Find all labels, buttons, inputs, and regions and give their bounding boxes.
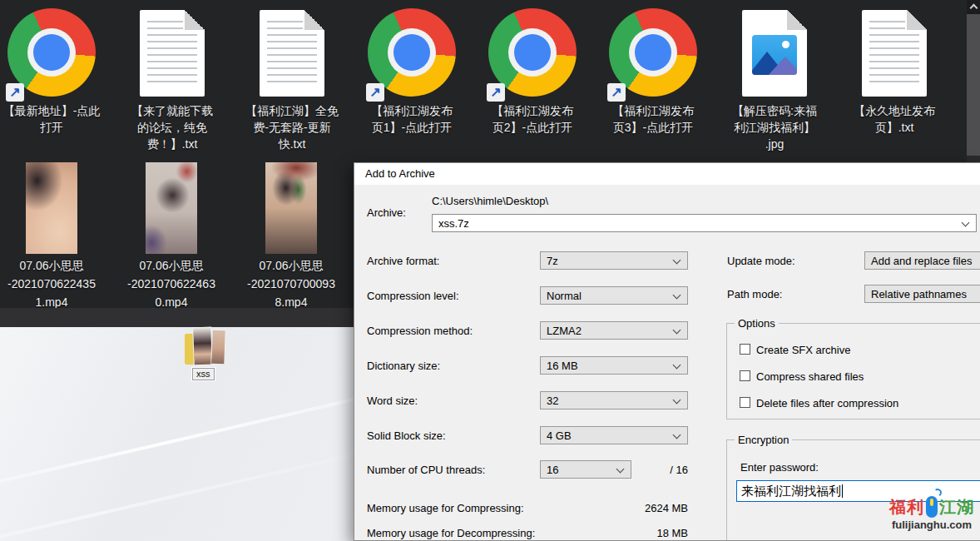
checkbox-label-compress-shared: Compress shared files (756, 370, 864, 383)
param-label-compression-level: Compression level: (367, 290, 459, 302)
video-label-line: -2021070622463 (115, 275, 228, 293)
path-mode-combobox[interactable]: Relative pathnames (864, 285, 980, 303)
chevron-down-icon (962, 219, 970, 227)
desktop-icon-permanent-address-txt[interactable]: 【永久地址发布 页】.txt (838, 7, 951, 136)
checkbox-label-delete-after: Delete files after compression (756, 397, 898, 409)
icon-label-line: 页1】-点此打开 (355, 119, 468, 136)
desktop-video-2[interactable]: 07.06小思思 -2021070622463 0.mp4 (115, 158, 228, 311)
combobox-value: 7z (547, 255, 558, 267)
update-mode-label: Update mode: (727, 255, 795, 267)
text-caret (842, 484, 843, 498)
param-label-cpu-threads: Number of CPU threads: (367, 464, 485, 476)
checkbox-compress-shared[interactable] (740, 370, 750, 381)
chevron-down-icon (673, 291, 681, 300)
chevron-down-icon (673, 361, 681, 370)
memory-compress-value: 2624 MB (605, 502, 688, 514)
icon-label-line: 【来了就能下载 (116, 102, 229, 119)
video-thumbnail (146, 162, 197, 254)
dictionary-size-combobox[interactable]: 16 MB (540, 356, 688, 375)
mouse-icon (926, 496, 938, 518)
icon-label: 【福利江湖】全免 费-无套路-更新 快.txt (235, 102, 349, 152)
checkbox-label-create-sfx: Create SFX archive (756, 344, 850, 356)
video-label-line: 07.06小思思 (235, 256, 348, 275)
icon-label-line: 【福利江湖发布 (476, 102, 589, 119)
scrollbar-up-button[interactable] (967, 0, 980, 14)
dialog-titlebar[interactable]: Add to Archive (354, 163, 980, 185)
combobox-value: 32 (547, 395, 558, 407)
desktop-video-1[interactable]: 07.06小思思 -2021070622435 1.mp4 (0, 158, 108, 311)
icon-label-line: 页3】-点此打开 (596, 119, 710, 136)
icon-label-line: 快.txt (235, 136, 349, 152)
text-file-icon (260, 10, 324, 97)
archive-label: Archive: (367, 206, 406, 219)
desktop-icon-forum-txt[interactable]: 【来了就能下载 的论坛，纯免 费！】.txt (116, 7, 229, 152)
folder-preview-photo (211, 330, 225, 364)
video-label-line: -2021070622435 (0, 275, 108, 293)
shortcut-arrow-icon: ↗ (6, 83, 24, 102)
checkbox-create-sfx[interactable] (740, 344, 750, 355)
vertical-scrollbar[interactable] (967, 0, 980, 162)
chevron-down-icon (673, 326, 681, 335)
cpu-threads-total: / 16 (638, 464, 688, 476)
image-file-icon (742, 10, 807, 97)
archive-name-combobox[interactable]: xss.7z (432, 214, 977, 232)
archive-format-combobox[interactable]: 7z (540, 251, 688, 270)
param-label-compression-method: Compression method: (367, 325, 473, 337)
solid-block-size-combobox[interactable]: 4 GB (540, 426, 688, 444)
watermark-domain: fulijianghu.com (885, 519, 978, 531)
chevron-down-icon (616, 465, 625, 474)
icon-label-line: 费！】.txt (116, 136, 229, 152)
folder-label[interactable]: xss (192, 368, 215, 380)
icon-label-line: .jpg (718, 136, 831, 152)
desktop-icon-fulijianghu-txt[interactable]: 【福利江湖】全免 费-无套路-更新 快.txt (235, 7, 349, 152)
video-label-line: -2021070700093 (235, 275, 348, 293)
desktop-icon-latest-address[interactable]: ↗ 【最新地址】-点此 打开 (0, 7, 108, 136)
param-label-solid-block-size: Solid Block size: (367, 429, 446, 442)
param-label-dictionary-size: Dictionary size: (367, 360, 440, 372)
combobox-value: LZMA2 (547, 325, 582, 337)
icon-label: 【最新地址】-点此 打开 (0, 102, 108, 136)
icon-label-line: 【解压密码:来福 (718, 102, 831, 119)
combobox-value: Relative pathnames (871, 288, 967, 300)
icon-label-line: 打开 (0, 119, 108, 136)
desktop-video-3[interactable]: 07.06小思思 -2021070700093 8.mp4 (235, 158, 348, 311)
compression-method-combobox[interactable]: LZMA2 (540, 321, 688, 340)
screen: ↗ 【最新地址】-点此 打开 【来了就能下载 的论坛，纯免 费！】.txt 【福… (0, 0, 980, 541)
icon-label: 【福利江湖发布 页3】-点此打开 (596, 102, 710, 136)
scrollbar-thumb[interactable] (967, 14, 980, 156)
desktop-icon-release-page-3[interactable]: ↗ 【福利江湖发布 页3】-点此打开 (596, 7, 710, 136)
icon-label-line: 【福利江湖发布 (355, 102, 468, 119)
icon-label-line: 的论坛，纯免 (116, 119, 229, 136)
video-label: 07.06小思思 -2021070622463 0.mp4 (115, 256, 228, 311)
icon-label-line: 【永久地址发布 (838, 102, 951, 119)
combobox-value: 4 GB (547, 429, 572, 442)
video-label: 07.06小思思 -2021070700093 8.mp4 (235, 256, 348, 311)
shortcut-arrow-icon: ↗ (487, 83, 505, 102)
icon-label-line: 页】.txt (838, 119, 951, 136)
icon-label-line: 利江湖找福利】 (718, 119, 831, 136)
desktop-icon-password-jpg[interactable]: 【解压密码:来福 利江湖找福利】 .jpg (718, 7, 831, 152)
word-size-combobox[interactable]: 32 (540, 391, 688, 409)
update-mode-combobox[interactable]: Add and replace files (864, 251, 980, 270)
icon-label: 【福利江湖发布 页1】-点此打开 (355, 102, 468, 136)
icon-label: 【来了就能下载 的论坛，纯免 费！】.txt (116, 102, 229, 152)
watermark: 福利 江湖 fulijianghu.com (885, 496, 978, 531)
path-mode-label: Path mode: (727, 288, 783, 300)
image-thumbnail-glyph (752, 35, 797, 75)
watermark-brand-right: 江湖 (939, 496, 974, 518)
watermark-brand-left: 福利 (889, 496, 924, 518)
checkbox-delete-after[interactable] (740, 397, 750, 408)
desktop-icon-release-page-2[interactable]: ↗ 【福利江湖发布 页2】-点此打开 (476, 7, 589, 136)
desktop-icon-release-page-1[interactable]: ↗ 【福利江湖发布 页1】-点此打开 (355, 7, 468, 136)
icon-label-line: 页2】-点此打开 (476, 119, 589, 136)
chevron-down-icon (673, 431, 681, 439)
chevron-down-icon (673, 256, 681, 265)
shortcut-arrow-icon: ↗ (366, 83, 384, 102)
cpu-threads-combobox[interactable]: 16 (540, 460, 631, 479)
folder-icon-xss[interactable] (185, 328, 226, 367)
icon-label: 【福利江湖发布 页2】-点此打开 (476, 102, 589, 136)
icon-label: 【永久地址发布 页】.txt (838, 102, 951, 136)
icon-label-line: 【福利江湖发布 (596, 102, 710, 119)
memory-compress-label: Memory usage for Compressing: (367, 502, 524, 514)
compression-level-combobox[interactable]: Normal (540, 286, 688, 305)
